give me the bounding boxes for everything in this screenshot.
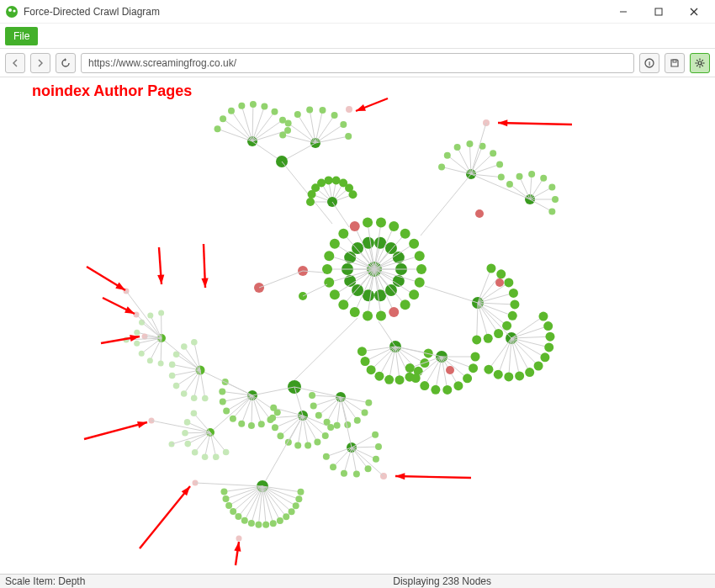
graph-node[interactable] <box>352 242 363 254</box>
graph-node[interactable] <box>415 278 425 288</box>
graph-node[interactable] <box>228 108 235 114</box>
graph-node[interactable] <box>515 371 524 380</box>
graph-node[interactable] <box>330 464 336 470</box>
graph-node[interactable] <box>250 101 257 108</box>
graph-node[interactable] <box>344 421 351 428</box>
graph-node[interactable] <box>241 517 248 524</box>
graph-node[interactable] <box>405 363 415 373</box>
graph-node[interactable] <box>306 107 313 114</box>
graph-node[interactable] <box>528 171 535 177</box>
graph-node[interactable] <box>271 109 278 115</box>
graph-node[interactable] <box>134 341 140 347</box>
graph-node[interactable] <box>238 103 245 109</box>
graph-node[interactable] <box>442 385 452 395</box>
graph-node[interactable] <box>158 310 164 316</box>
force-directed-graph[interactable] <box>0 77 715 574</box>
graph-node[interactable] <box>375 443 382 450</box>
graph-node[interactable] <box>540 175 547 182</box>
graph-node[interactable] <box>220 115 226 122</box>
graph-node[interactable] <box>496 269 506 278</box>
file-menu[interactable]: File <box>5 27 38 45</box>
graph-node[interactable] <box>192 449 199 456</box>
graph-node[interactable] <box>438 163 445 170</box>
graph-node[interactable] <box>139 320 145 326</box>
graph-node[interactable] <box>270 520 277 527</box>
graph-node[interactable] <box>147 313 153 319</box>
graph-node[interactable] <box>334 422 341 429</box>
back-button[interactable] <box>5 53 25 73</box>
graph-node[interactable] <box>248 422 255 429</box>
graph-node[interactable] <box>454 144 461 151</box>
graph-node[interactable] <box>323 453 330 460</box>
graph-node[interactable] <box>490 150 496 156</box>
graph-node[interactable] <box>338 229 348 239</box>
graph-node[interactable] <box>389 307 399 317</box>
graph-node[interactable] <box>471 352 480 362</box>
graph-node[interactable] <box>463 373 472 383</box>
graph-node[interactable] <box>348 190 357 199</box>
graph-node[interactable] <box>346 106 352 113</box>
graph-node[interactable] <box>325 176 333 184</box>
graph-node[interactable] <box>340 121 347 128</box>
graph-node[interactable] <box>510 299 519 309</box>
graph-node[interactable] <box>350 307 360 317</box>
graph-node[interactable] <box>223 495 230 502</box>
graph-node[interactable] <box>255 522 262 528</box>
graph-node[interactable] <box>248 520 255 527</box>
info-button[interactable]: i <box>639 53 659 73</box>
graph-node[interactable] <box>420 381 429 390</box>
graph-node[interactable] <box>361 357 370 366</box>
graph-node[interactable] <box>310 403 317 410</box>
graph-node[interactable] <box>416 264 426 274</box>
graph-node[interactable] <box>548 184 555 191</box>
graph-node[interactable] <box>324 278 334 288</box>
graph-node[interactable] <box>277 432 283 439</box>
graph-node[interactable] <box>534 361 543 370</box>
graph-node[interactable] <box>373 456 379 463</box>
graph-node[interactable] <box>544 342 553 352</box>
graph-node[interactable] <box>372 432 379 438</box>
graph-node[interactable] <box>498 174 505 181</box>
graph-node[interactable] <box>169 362 176 368</box>
graph-node[interactable] <box>324 251 334 261</box>
graph-node[interactable] <box>182 430 188 437</box>
graph-node[interactable] <box>495 278 504 287</box>
graph-node[interactable] <box>314 439 320 446</box>
graph-node[interactable] <box>158 360 164 366</box>
graph-node[interactable] <box>466 140 473 147</box>
graph-node[interactable] <box>262 522 269 528</box>
graph-node[interactable] <box>446 366 454 374</box>
graph-node[interactable] <box>230 508 236 515</box>
graph-node[interactable] <box>277 517 283 524</box>
graph-node[interactable] <box>219 389 225 395</box>
graph-node[interactable] <box>543 321 553 331</box>
graph-node[interactable] <box>270 405 277 411</box>
graph-node[interactable] <box>502 321 511 331</box>
graph-node[interactable] <box>293 502 299 509</box>
graph-node[interactable] <box>552 196 559 203</box>
graph-node[interactable] <box>453 381 463 390</box>
minimize-button[interactable] <box>606 0 641 24</box>
graph-node[interactable] <box>330 289 340 299</box>
graph-node[interactable] <box>494 370 503 379</box>
graph-node[interactable] <box>509 289 518 298</box>
graph-node[interactable] <box>363 310 373 320</box>
url-input[interactable] <box>81 53 634 73</box>
graph-node[interactable] <box>283 513 289 520</box>
graph-node[interactable] <box>230 416 236 422</box>
graph-node[interactable] <box>365 400 372 406</box>
graph-node[interactable] <box>374 372 384 381</box>
graph-node[interactable] <box>365 465 372 472</box>
graph-node[interactable] <box>169 373 176 379</box>
graph-node[interactable] <box>352 284 363 296</box>
graph-node[interactable] <box>294 442 301 449</box>
graph-node[interactable] <box>469 363 478 373</box>
graph-node[interactable] <box>306 198 315 206</box>
graph-node[interactable] <box>279 131 286 138</box>
graph-node[interactable] <box>294 111 301 118</box>
graph-node[interactable] <box>181 343 188 350</box>
graph-node[interactable] <box>297 489 304 495</box>
graph-node[interactable] <box>411 373 421 383</box>
graph-node[interactable] <box>235 513 241 520</box>
graph-node[interactable] <box>134 330 140 336</box>
